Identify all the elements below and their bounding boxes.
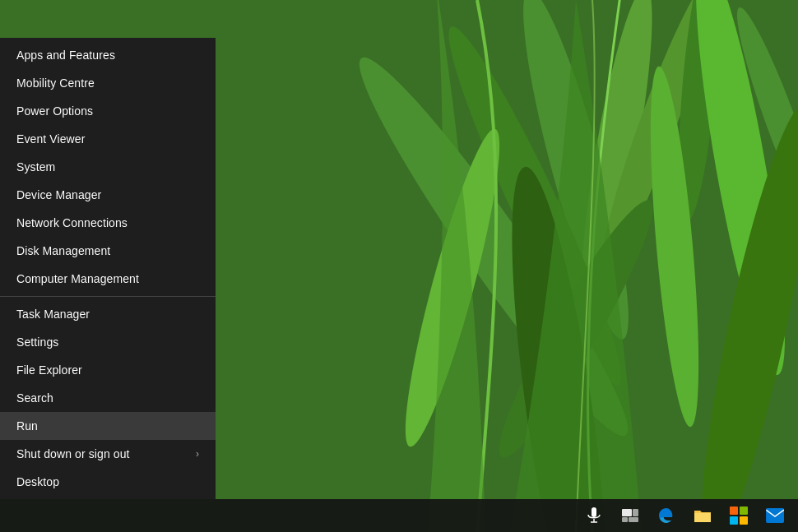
svg-rect-22 (740, 507, 748, 515)
menu-item-network-connections[interactable]: Network Connections (0, 209, 216, 237)
menu-item-shut-down[interactable]: Shut down or sign out› (0, 440, 216, 468)
microsoft-store-icon[interactable] (722, 499, 755, 532)
svg-rect-18 (633, 509, 638, 516)
file-explorer-icon[interactable] (686, 499, 719, 532)
svg-rect-23 (730, 516, 738, 525)
svg-rect-24 (740, 516, 748, 525)
context-menu: Apps and FeaturesMobility CentrePower Op… (0, 38, 216, 499)
microphone-icon[interactable] (578, 499, 610, 532)
menu-item-settings[interactable]: Settings (0, 328, 216, 356)
menu-divider (0, 296, 216, 297)
menu-item-power-options[interactable]: Power Options (0, 97, 216, 125)
menu-item-computer-management[interactable]: Computer Management (0, 265, 216, 293)
mail-icon[interactable] (759, 499, 791, 532)
svg-rect-25 (766, 508, 784, 523)
svg-rect-20 (629, 517, 638, 522)
edge-browser-icon[interactable] (650, 499, 683, 532)
menu-item-system[interactable]: System (0, 153, 216, 181)
menu-item-file-explorer[interactable]: File Explorer (0, 356, 216, 384)
menu-item-event-viewer[interactable]: Event Viewer (0, 125, 216, 153)
menu-item-desktop[interactable]: Desktop (0, 468, 216, 496)
menu-item-run[interactable]: Run (0, 412, 216, 440)
taskbar (0, 499, 798, 532)
task-view-icon[interactable] (614, 499, 647, 532)
svg-rect-17 (622, 509, 632, 516)
svg-rect-14 (592, 507, 596, 517)
menu-item-mobility-centre[interactable]: Mobility Centre (0, 69, 216, 97)
menu-item-disk-management[interactable]: Disk Management (0, 237, 216, 265)
svg-rect-19 (622, 517, 628, 522)
arrow-right-icon: › (196, 448, 199, 460)
menu-item-search[interactable]: Search (0, 384, 216, 412)
menu-item-task-manager[interactable]: Task Manager (0, 300, 216, 328)
taskbar-right (578, 499, 798, 532)
svg-rect-21 (730, 507, 738, 515)
menu-item-apps-features[interactable]: Apps and Features (0, 41, 216, 69)
menu-item-device-manager[interactable]: Device Manager (0, 181, 216, 209)
